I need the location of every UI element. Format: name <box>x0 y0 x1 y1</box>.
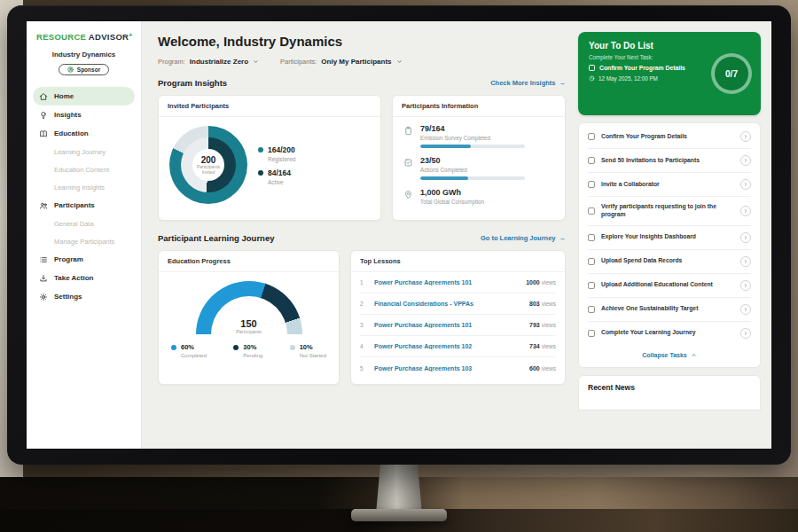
lesson-row[interactable]: 5 Power Purchase Agreements 103 600views <box>360 357 556 379</box>
chevron-down-icon <box>253 59 259 65</box>
chevron-right-icon[interactable] <box>740 131 751 142</box>
chevron-right-icon[interactable] <box>740 328 751 339</box>
sidebar-item-education-content[interactable]: Education Content <box>33 160 135 178</box>
chevron-right-icon[interactable] <box>740 232 751 243</box>
task-row-complete-learning-journey[interactable]: Complete Your Learning Journey <box>588 322 751 345</box>
chevron-right-icon[interactable] <box>740 206 751 216</box>
lesson-row[interactable]: 1 Power Purchase Agreements 101 1000view… <box>360 272 556 293</box>
task-row-achieve-target[interactable]: Achieve One Sustainability Target <box>588 298 751 322</box>
participants-icon <box>39 201 48 210</box>
dashboard-screen: RESOURCE ADVISOR+ Industry Dynamics Spon… <box>27 21 771 449</box>
stat-progress-fill <box>420 145 471 148</box>
task-row-invite-collaborator[interactable]: Invite a Collaborator <box>588 173 751 197</box>
sidebar-item-insights[interactable]: Insights <box>33 106 135 124</box>
chevron-right-icon[interactable] <box>740 155 751 166</box>
arrow-right-icon: → <box>559 234 567 242</box>
settings-icon <box>39 293 48 301</box>
sponsor-badge-label: Sponsor <box>77 66 100 73</box>
sidebar-item-learning-journey[interactable]: Learning Journey <box>33 143 135 160</box>
sidebar-item-general-data[interactable]: General Data <box>33 215 135 232</box>
task-row-verify-participants[interactable]: Verify participants requesting to join t… <box>588 197 751 226</box>
registered-dot <box>258 147 263 153</box>
top-lessons-card: Top Lessons 1 Power Purchase Agreements … <box>350 250 566 385</box>
task-row-explore-insights[interactable]: Explore Your Insights Dashboard <box>588 226 751 250</box>
program-insights-cards: Invited Participants 200 Participants In… <box>158 95 566 221</box>
program-insights-title: Program Insights <box>158 78 227 88</box>
sidebar: RESOURCE ADVISOR+ Industry Dynamics Spon… <box>27 21 142 449</box>
sidebar-item-learning-insights[interactable]: Learning Insights <box>33 178 135 196</box>
program-icon <box>39 255 48 264</box>
page-title: Welcome, Industry Dynamics <box>158 34 566 49</box>
task-checkbox[interactable] <box>588 306 595 313</box>
lesson-row[interactable]: 2 Financial Considerations - VPPAs 803vi… <box>360 293 556 315</box>
education-progress-title: Education Progress <box>159 251 339 272</box>
sidebar-item-settings[interactable]: Settings <box>33 287 135 306</box>
legend-not-started: 10% Not Started <box>290 343 326 358</box>
lesson-link[interactable]: Power Purchase Agreements 101 <box>374 322 529 328</box>
chevron-up-icon <box>691 352 697 358</box>
check-more-insights-link[interactable]: Check More Insights → <box>490 79 566 87</box>
task-row-confirm-program[interactable]: Confirm Your Program Details <box>588 125 751 149</box>
next-task-checkbox[interactable] <box>589 65 595 71</box>
sidebar-item-home[interactable]: Home <box>33 87 135 106</box>
sidebar-item-manage-participants[interactable]: Manage Participants <box>33 232 135 250</box>
task-row-send-invitations[interactable]: Send 50 Invitations to Participants <box>588 149 751 173</box>
invited-donut-legend: 164/200 Registered 84/164 Active <box>258 139 295 192</box>
monitor-stand <box>376 461 422 514</box>
lesson-row[interactable]: 3 Power Purchase Agreements 101 793views <box>360 315 556 336</box>
task-checkbox[interactable] <box>588 157 595 164</box>
education-gauge-legend: 60% Completed 30% Pending 10% <box>159 334 339 358</box>
program-filter-dropdown[interactable]: Program: Industrialize Zero <box>158 58 259 66</box>
program-filter-value: Industrialize Zero <box>190 58 248 66</box>
chevron-right-icon[interactable] <box>740 256 751 267</box>
sidebar-item-education[interactable]: Education <box>33 124 135 143</box>
stat-global-consumption: 1,000 GWh Total Global Consumption <box>403 188 554 205</box>
chevron-down-icon <box>396 59 403 65</box>
task-row-upload-spend-data[interactable]: Upload Spend Data Records <box>588 250 751 274</box>
sidebar-item-participants[interactable]: Participants <box>33 196 135 215</box>
learning-journey-cards: Education Progress 150 Participants <box>158 250 566 385</box>
lesson-row[interactable]: 4 Power Purchase Agreements 102 734views <box>360 336 556 357</box>
learning-journey-title: Participant Learning Journey <box>158 233 274 243</box>
task-checkbox[interactable] <box>588 181 595 188</box>
arrow-right-icon: → <box>559 79 567 87</box>
insights-icon <box>39 111 48 120</box>
task-checkbox[interactable] <box>588 282 595 289</box>
learning-journey-header: Participant Learning Journey Go to Learn… <box>158 233 566 243</box>
task-checkbox[interactable] <box>588 330 595 337</box>
task-checkbox[interactable] <box>588 133 595 140</box>
task-checkbox[interactable] <box>588 258 595 265</box>
actions-progress-bar <box>420 176 525 180</box>
collapse-tasks-link[interactable]: Collapse Tasks <box>588 345 751 365</box>
lesson-link[interactable]: Power Purchase Agreements 103 <box>374 365 529 372</box>
education-gauge-center: 150 Participants <box>196 318 302 334</box>
participants-information-card: Participants Information 79/164 Emission… <box>392 95 566 221</box>
lesson-link[interactable]: Power Purchase Agreements 102 <box>374 343 529 349</box>
education-icon <box>39 129 48 138</box>
invited-donut-center: 200 Participants Invited <box>192 149 224 181</box>
clock-icon <box>589 75 595 82</box>
todo-title: Your To Do List <box>589 41 750 51</box>
chevron-right-icon[interactable] <box>740 304 751 315</box>
sidebar-item-program[interactable]: Program <box>33 250 135 269</box>
go-to-learning-journey-link[interactable]: Go to Learning Journey → <box>481 234 566 242</box>
todo-panel: Your To Do List Complete Your Next Task:… <box>578 32 761 411</box>
todo-progress-ring: 0/7 <box>711 53 752 94</box>
chevron-right-icon[interactable] <box>740 280 751 291</box>
task-checkbox[interactable] <box>588 207 595 215</box>
sidebar-item-take-action[interactable]: Take Action <box>33 269 135 287</box>
chevron-right-icon[interactable] <box>740 179 751 190</box>
legend-registered: 164/200 Registered <box>258 145 295 162</box>
legend-active: 84/164 Active <box>258 168 295 185</box>
program-insights-header: Program Insights Check More Insights → <box>158 78 566 88</box>
task-row-upload-educational-content[interactable]: Upload Additional Educational Content <box>588 274 751 298</box>
completed-dot <box>171 345 176 350</box>
take-action-icon <box>39 274 48 283</box>
participants-filter-dropdown[interactable]: Participants: Only My Participants <box>280 58 402 66</box>
task-checkbox[interactable] <box>588 234 595 241</box>
lesson-link[interactable]: Financial Considerations - VPPAs <box>374 301 529 307</box>
lesson-link[interactable]: Power Purchase Agreements 101 <box>374 279 526 286</box>
sponsor-person-icon <box>67 66 74 73</box>
filter-bar: Program: Industrialize Zero Participants… <box>158 58 566 66</box>
todo-summary-card: Your To Do List Complete Your Next Task:… <box>578 32 761 115</box>
